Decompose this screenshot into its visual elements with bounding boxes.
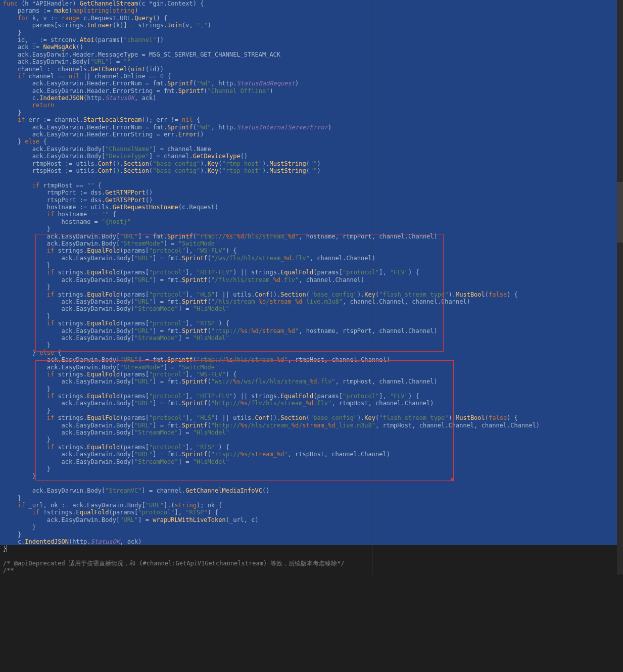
code-line[interactable]: } (0, 436, 623, 443)
code-area[interactable]: func (h *APIHandler) GetChannelStream(c … (0, 0, 623, 574)
code-line[interactable]: ack.EasyDarwin.Body["ChannelName"] = cha… (0, 146, 623, 153)
code-line[interactable]: for k, v := range c.Request.URL.Query() … (0, 15, 623, 22)
code-line[interactable]: ack.EasyDarwin.Header.MessageType = MSG_… (0, 51, 623, 58)
code-line[interactable]: channel := channels.GetChannel(uint(id)) (0, 66, 623, 73)
code-line[interactable]: } (0, 407, 623, 414)
code-line[interactable]: ack.EasyDarwin.Body["URL"] = "" (0, 58, 623, 65)
code-line[interactable]: hostname := utils.GetRequestHostname(c.R… (0, 204, 623, 211)
code-line[interactable]: if strings.EqualFold(params["protocol"],… (0, 393, 623, 400)
code-line[interactable]: } (0, 472, 623, 479)
code-line[interactable]: c.IndentedJSON(http.StatusOK, ack) (0, 94, 623, 102)
code-line[interactable]: if strings.EqualFold(params["protocol"],… (0, 414, 623, 421)
code-line[interactable]: if hostname == "" { (0, 211, 623, 218)
code-line[interactable]: } else { (0, 349, 623, 356)
code-line[interactable]: ack.EasyDarwin.Body["URL"] = fmt.Sprintf… (0, 298, 623, 305)
code-line[interactable]: } (0, 225, 623, 232)
code-line[interactable]: return (0, 102, 623, 109)
code-line[interactable]: ack.EasyDarwin.Body["StreamMode"] = "Hls… (0, 305, 623, 312)
code-line[interactable]: ack.EasyDarwin.Body["StreamMode"] = "Hls… (0, 334, 623, 342)
code-line[interactable]: ack.EasyDarwin.Body["URL"] = fmt.Sprintf… (0, 356, 623, 363)
code-line[interactable]: ack.EasyDarwin.Body["StreamMode"] = "Hls… (0, 458, 623, 465)
code-line[interactable]: } (0, 523, 623, 531)
code-line[interactable]: ack.EasyDarwin.Body["URL"] = fmt.Sprintf… (0, 400, 623, 407)
code-line[interactable]: ack.EasyDarwin.Body["StreamMode"] = "Swi… (0, 240, 623, 247)
code-line[interactable]: } (0, 531, 623, 538)
code-line[interactable]: if err := channel.StartLocalStream(); er… (0, 116, 623, 123)
code-line[interactable]: if !strings.EqualFold(params["protocol"]… (0, 509, 623, 516)
code-line[interactable]: ack.EasyDarwin.Header.ErrorNum = fmt.Spr… (0, 80, 623, 87)
code-line[interactable]: rtspPort := dss.GetRTSPPort() (0, 197, 623, 204)
code-line[interactable]: if channel == nil || channel.Online == 0… (0, 73, 623, 80)
comment-text: /** (3, 567, 14, 574)
code-line[interactable]: rtmpPort := dss.GetRTMPPort() (0, 189, 623, 196)
code-line[interactable] (0, 553, 623, 560)
code-line[interactable]: } (0, 109, 623, 116)
code-line[interactable]: ack.EasyDarwin.Body["StreamVC"] = channe… (0, 487, 623, 494)
code-line[interactable]: params[strings.ToLower(k)] = strings.Joi… (0, 22, 623, 29)
code-line[interactable]: hostname = "{host}" (0, 218, 623, 225)
code-line[interactable]: ack := NewMsgAck() (0, 43, 623, 51)
code-line[interactable] (0, 174, 623, 181)
code-line[interactable]: /* @apiDeprecated 适用于按需直播情况，和 (#channel:… (0, 560, 623, 567)
code-line[interactable] (0, 480, 623, 487)
scrollbar-thumb[interactable] (617, 182, 623, 243)
code-line[interactable]: ack.EasyDarwin.Header.ErrorString = fmt.… (0, 87, 623, 94)
code-line[interactable]: } (0, 465, 623, 472)
code-line[interactable]: } (0, 262, 623, 269)
code-line[interactable]: ack.EasyDarwin.Body["StreamMode"] = "Hls… (0, 429, 623, 436)
code-line[interactable]: if strings.EqualFold(params["protocol"],… (0, 247, 623, 254)
code-line[interactable]: ack.EasyDarwin.Body["URL"] = fmt.Sprintf… (0, 422, 623, 429)
code-line[interactable]: } (0, 29, 623, 36)
code-line[interactable]: } (0, 283, 623, 291)
code-editor[interactable]: func (h *APIHandler) GetChannelStream(c … (0, 0, 623, 574)
code-line[interactable]: id, _ := strconv.Atoi(params["channel"]) (0, 36, 623, 43)
code-line[interactable]: if strings.EqualFold(params["protocol"],… (0, 291, 623, 298)
code-line[interactable]: rtspHost := utils.Conf().Section("base_c… (0, 167, 623, 174)
code-line[interactable]: ack.EasyDarwin.Header.ErrorNum = fmt.Spr… (0, 124, 623, 131)
code-line[interactable]: } else { (0, 138, 623, 145)
vertical-scrollbar[interactable] (617, 0, 623, 574)
code-line[interactable]: func (h *APIHandler) GetChannelStream(c … (0, 0, 623, 7)
code-line[interactable]: c.IndentedJSON(http.StatusOK, ack) (0, 538, 623, 545)
code-line[interactable]: ack.EasyDarwin.Header.ErrorString = err.… (0, 131, 623, 138)
code-line[interactable]: } (0, 495, 623, 502)
code-line[interactable]: } (0, 313, 623, 320)
code-line[interactable]: ack.EasyDarwin.Body["URL"] = fmt.Sprintf… (0, 255, 623, 262)
code-line[interactable]: ack.EasyDarwin.Body["URL"] = fmt.Sprintf… (0, 233, 623, 240)
code-line[interactable]: } (0, 545, 623, 552)
code-line[interactable]: if strings.EqualFold(params["protocol"],… (0, 371, 623, 378)
code-line[interactable]: if strings.EqualFold(params["protocol"],… (0, 269, 623, 276)
comment-text: /* @apiDeprecated 适用于按需直播情况，和 (#channel:… (3, 560, 345, 567)
code-line[interactable]: } (0, 386, 623, 393)
code-line[interactable]: /** (0, 567, 623, 574)
code-line[interactable]: } (0, 342, 623, 349)
code-line[interactable]: if strings.EqualFold(params["protocol"],… (0, 444, 623, 451)
code-line[interactable]: params := make(map[string]string) (0, 7, 623, 14)
code-line[interactable]: ack.EasyDarwin.Body["URL"] = fmt.Sprintf… (0, 451, 623, 458)
code-line[interactable]: ack.EasyDarwin.Body["URL"] = fmt.Sprintf… (0, 276, 623, 283)
code-line[interactable]: ack.EasyDarwin.Body["URL"] = fmt.Sprintf… (0, 378, 623, 385)
code-line[interactable]: if rtmpHost == "" { (0, 182, 623, 189)
right-margin-guide (372, 0, 372, 574)
code-line[interactable]: ack.EasyDarwin.Body["StreamMode"] = "Swi… (0, 364, 623, 371)
text-cursor (7, 545, 7, 552)
code-line[interactable]: ack.EasyDarwin.Body["URL"] = fmt.Sprintf… (0, 327, 623, 334)
code-line[interactable]: if strings.EqualFold(params["protocol"],… (0, 320, 623, 327)
code-line[interactable]: rtmpHost := utils.Conf().Section("base_c… (0, 160, 623, 167)
code-line[interactable]: ack.EasyDarwin.Body["DeviceType"] = chan… (0, 153, 623, 160)
code-line[interactable]: ack.EasyDarwin.Body["URL"] = wrapURLWith… (0, 516, 623, 523)
code-line[interactable]: if _url, ok := ack.EasyDarwin.Body["URL"… (0, 502, 623, 509)
